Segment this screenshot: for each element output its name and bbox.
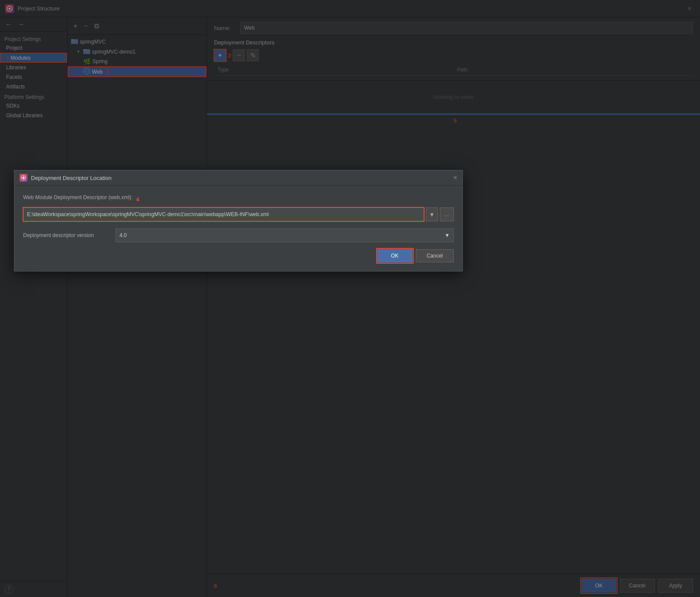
descriptor-dropdown-button[interactable]: ▼ — [426, 207, 438, 221]
version-label: Deployment descriptor version — [23, 232, 110, 238]
version-dropdown-icon: ▼ — [445, 232, 450, 238]
dialog-buttons: OK Cancel — [23, 249, 454, 262]
version-value: 4.0 — [119, 232, 127, 238]
descriptor-path-input[interactable] — [23, 207, 424, 221]
dropdown-arrow-icon: ▼ — [429, 211, 435, 218]
dialog-title-bar: Deployment Descriptor Location × — [14, 170, 462, 186]
dialog-input-row: ▼ ... — [23, 207, 454, 221]
version-select[interactable]: 4.0 ▼ — [116, 228, 454, 242]
dialog-body: Web Module Deployment Descriptor (web.xm… — [14, 186, 462, 271]
dialog-close-button[interactable]: × — [453, 174, 457, 182]
annotation-4: 4 — [136, 196, 139, 203]
dialog-overlay: Deployment Descriptor Location × Web Mod… — [0, 0, 700, 597]
dialog-icon — [20, 174, 27, 182]
dialog-ok-button[interactable]: OK — [377, 249, 412, 262]
dialog-cancel-button[interactable]: Cancel — [416, 249, 454, 262]
dialog-title: Deployment Descriptor Location — [31, 175, 450, 181]
dialog-field-label: Web Module Deployment Descriptor (web.xm… — [23, 194, 133, 200]
dialog-version-row: Deployment descriptor version 4.0 ▼ — [23, 228, 454, 242]
deployment-descriptor-dialog: Deployment Descriptor Location × Web Mod… — [14, 170, 463, 271]
browse-button[interactable]: ... — [440, 207, 454, 221]
